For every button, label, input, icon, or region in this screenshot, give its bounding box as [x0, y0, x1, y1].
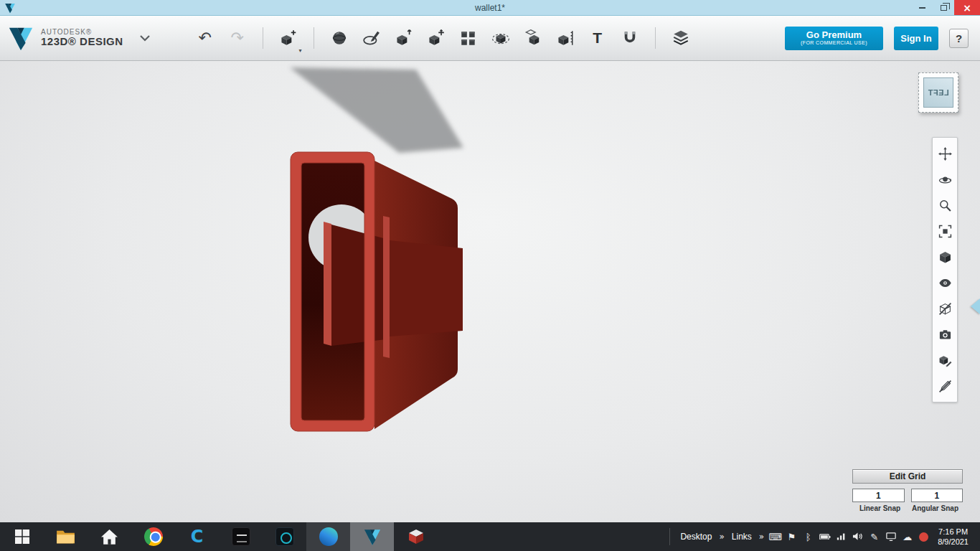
navigation-toolbar: [932, 137, 958, 402]
main-menu-button[interactable]: [139, 34, 151, 42]
pattern-grid-icon: [459, 29, 478, 47]
material-edit-button[interactable]: [934, 349, 956, 371]
combine-tool-button[interactable]: [518, 23, 548, 53]
start-button[interactable]: [0, 522, 44, 551]
side-panel-expand-arrow[interactable]: [971, 298, 980, 314]
tool-strip: ↶ ↷ ▾: [190, 23, 696, 53]
measure-tool-button[interactable]: [550, 23, 580, 53]
primitives-tool-button[interactable]: [324, 23, 354, 53]
desktop-toolbar-label[interactable]: Desktop: [676, 532, 716, 542]
modify-tool-button[interactable]: [421, 23, 451, 53]
display-button[interactable]: [882, 522, 899, 551]
card-body: [331, 225, 386, 346]
3d-viewport[interactable]: LEFT: [0, 61, 980, 522]
taskbar-meshmixer[interactable]: [394, 522, 438, 551]
zoom-icon: [938, 199, 952, 212]
go-premium-button[interactable]: Go Premium (FOR COMMERCIAL USE): [785, 27, 883, 50]
taskbar-tray: Desktop » Links » ⌨ ⚑ ᛒ ✎ ☁ 7:16 PM: [664, 522, 980, 551]
autodesk-123d-logo: [7, 24, 34, 52]
links-toolbar-chevron[interactable]: »: [756, 532, 767, 542]
windows-taskbar: C Desktop » Links » ⌨ ⚑: [0, 522, 980, 551]
pattern-tool-button[interactable]: [453, 23, 484, 53]
view-mode-button[interactable]: [934, 246, 956, 268]
edit-grid-label: Edit Grid: [890, 471, 926, 481]
toolbar-separator: [263, 27, 263, 49]
antivirus-button[interactable]: [915, 522, 932, 551]
primitives-sphere-icon: [330, 29, 349, 47]
taskbar-app-dark-1[interactable]: [219, 522, 263, 551]
linear-snap-input[interactable]: [852, 489, 905, 502]
screenshot-button[interactable]: [934, 324, 956, 345]
brand-123d-design: 123D® DESIGN: [41, 36, 123, 48]
fit-view-button[interactable]: [934, 220, 956, 242]
3d-viewport-canvas[interactable]: [0, 61, 980, 522]
sketch-visibility-button[interactable]: [934, 375, 956, 397]
material-layers-icon: [672, 29, 690, 47]
close-icon: ×: [963, 2, 971, 14]
card-edge-back: [383, 216, 390, 358]
volume-button[interactable]: [849, 522, 866, 551]
bluetooth-button[interactable]: ᛒ: [800, 522, 816, 551]
taskbar-chrome[interactable]: [131, 522, 175, 551]
network-button[interactable]: [833, 522, 849, 551]
transform-move-icon: [279, 29, 298, 47]
undo-button[interactable]: ↶: [190, 23, 220, 53]
transform-tool-button[interactable]: ▾: [273, 23, 303, 53]
redo-button[interactable]: ↷: [222, 23, 253, 53]
redo-icon: ↷: [230, 30, 243, 46]
close-button[interactable]: ×: [954, 0, 980, 15]
flag-icon: ⚑: [788, 532, 796, 542]
help-button[interactable]: ?: [949, 29, 969, 48]
pan-button[interactable]: [934, 143, 956, 164]
sketch-tool-button[interactable]: [357, 23, 387, 53]
window-controls: ×: [911, 0, 980, 15]
orbit-icon: [938, 173, 952, 187]
sign-in-button[interactable]: Sign In: [894, 27, 938, 50]
maximize-button[interactable]: [933, 0, 954, 15]
snap-labels: Linear Snap Angular Snap: [852, 504, 963, 512]
wallet-model[interactable]: [290, 67, 463, 431]
appbar-right-cluster: Go Premium (FOR COMMERCIAL USE) Sign In …: [785, 27, 973, 50]
pen-settings-button[interactable]: ✎: [866, 522, 882, 551]
linear-snap-label: Linear Snap: [852, 504, 908, 512]
taskbar-home-app[interactable]: [88, 522, 131, 551]
weather-button[interactable]: ☁: [899, 522, 915, 551]
model-shadow: [290, 67, 463, 153]
home-icon: [100, 529, 118, 545]
pen-icon: ✎: [870, 532, 878, 542]
zoom-button[interactable]: [934, 194, 956, 216]
material-tool-button[interactable]: [666, 23, 696, 53]
taskbar-cura[interactable]: C: [175, 522, 219, 551]
app-toolbar: AUTODESK® 123D® DESIGN ↶ ↷ ▾: [0, 16, 980, 61]
grouping-tool-button[interactable]: [486, 23, 516, 53]
view-cube[interactable]: LEFT: [918, 72, 958, 113]
taskbar-edge[interactable]: [306, 522, 350, 551]
windows-ink-button[interactable]: ⚑: [783, 522, 800, 551]
speaker-icon: [852, 532, 863, 541]
hide-edges-button[interactable]: [934, 298, 956, 319]
snap-tool-button[interactable]: [615, 23, 645, 53]
minimize-button[interactable]: [911, 0, 933, 15]
desktop-toolbar-chevron[interactable]: »: [716, 532, 727, 542]
taskbar-app-dark-2[interactable]: [263, 522, 306, 551]
minimize-icon: [919, 7, 925, 9]
angular-snap-input[interactable]: [911, 489, 963, 502]
visibility-button[interactable]: [934, 272, 956, 293]
text-tool-button[interactable]: T: [583, 23, 613, 53]
monitor-icon: [886, 532, 896, 541]
taskbar-123d-design[interactable]: [350, 522, 394, 551]
taskbar-clock[interactable]: 7:16 PM 8/9/2021: [932, 527, 976, 547]
meshmixer-cube-icon: [407, 528, 425, 545]
snap-inputs: [852, 489, 963, 502]
touch-keyboard-button[interactable]: ⌨: [767, 522, 783, 551]
orbit-button[interactable]: [934, 169, 956, 190]
taskbar-file-explorer[interactable]: [44, 522, 88, 551]
battery-button[interactable]: [816, 522, 833, 551]
card-edge-front: [324, 222, 331, 346]
construct-tool-button[interactable]: [389, 23, 419, 53]
view-cube-face-label: LEFT: [923, 77, 953, 108]
modify-pushpull-icon: [427, 29, 446, 47]
clock-time: 7:16 PM: [938, 527, 969, 537]
links-toolbar-label[interactable]: Links: [727, 532, 756, 542]
edit-grid-button[interactable]: Edit Grid: [852, 469, 963, 484]
